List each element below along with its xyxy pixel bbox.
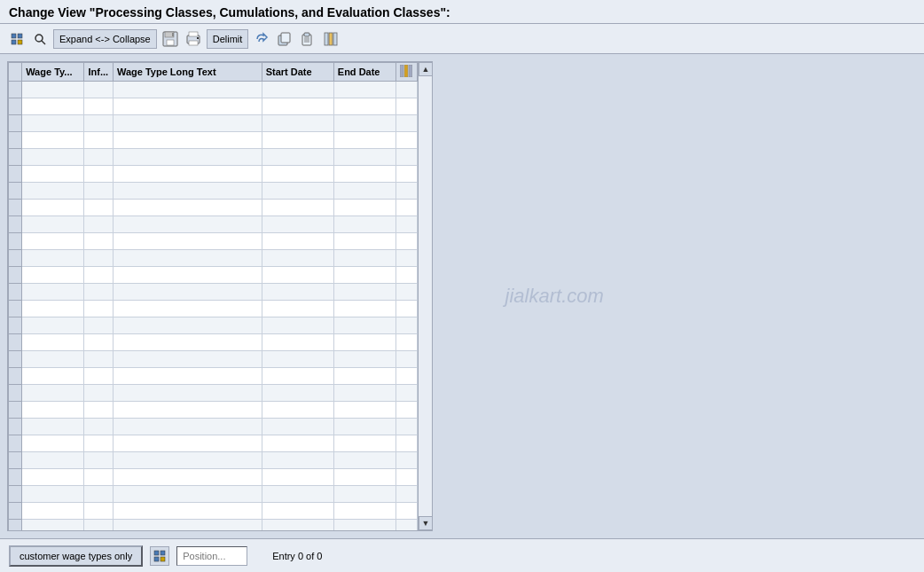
row-selector-cell[interactable] xyxy=(9,301,22,317)
row-selector-cell[interactable] xyxy=(9,317,22,334)
table-cell[interactable] xyxy=(396,419,418,435)
table-cell[interactable] xyxy=(84,166,113,183)
table-cell[interactable] xyxy=(396,267,418,284)
table-cell[interactable] xyxy=(22,317,84,334)
table-cell[interactable] xyxy=(396,200,418,216)
table-row[interactable] xyxy=(9,503,418,520)
col-header-inf[interactable]: Inf... xyxy=(84,63,113,82)
table-cell[interactable] xyxy=(113,452,262,469)
table-cell[interactable] xyxy=(84,250,113,267)
row-selector-cell[interactable] xyxy=(9,82,22,98)
table-cell[interactable] xyxy=(262,250,333,267)
table-row[interactable] xyxy=(9,435,418,452)
table-cell[interactable] xyxy=(333,469,395,486)
table-cell[interactable] xyxy=(22,284,84,301)
table-cell[interactable] xyxy=(84,435,113,452)
table-cell[interactable] xyxy=(84,115,113,132)
row-selector-cell[interactable] xyxy=(9,166,22,183)
table-row[interactable] xyxy=(9,183,418,200)
table-cell[interactable] xyxy=(262,351,333,368)
table-cell[interactable] xyxy=(262,149,333,166)
col-header-customize[interactable] xyxy=(396,63,418,82)
table-cell[interactable] xyxy=(396,385,418,402)
table-cell[interactable] xyxy=(84,98,113,115)
table-cell[interactable] xyxy=(396,82,418,98)
paste-icon[interactable] xyxy=(298,29,317,49)
undo-icon[interactable] xyxy=(252,29,271,49)
row-selector-cell[interactable] xyxy=(9,115,22,132)
table-cell[interactable] xyxy=(262,233,333,250)
table-row[interactable] xyxy=(9,486,418,503)
row-selector-cell[interactable] xyxy=(9,520,22,531)
row-selector-cell[interactable] xyxy=(9,132,22,149)
table-cell[interactable] xyxy=(396,435,418,452)
table-cell[interactable] xyxy=(262,503,333,520)
table-cell[interactable] xyxy=(113,233,262,250)
copy-icon[interactable] xyxy=(275,29,294,49)
row-selector-cell[interactable] xyxy=(9,233,22,250)
table-cell[interactable] xyxy=(22,486,84,503)
table-cell[interactable] xyxy=(333,82,395,98)
scroll-track[interactable] xyxy=(419,76,432,516)
table-cell[interactable] xyxy=(333,200,395,216)
table-cell[interactable] xyxy=(113,267,262,284)
table-cell[interactable] xyxy=(113,301,262,317)
table-cell[interactable] xyxy=(113,183,262,200)
table-cell[interactable] xyxy=(262,520,333,531)
table-row[interactable] xyxy=(9,200,418,216)
table-row[interactable] xyxy=(9,452,418,469)
table-cell[interactable] xyxy=(333,132,395,149)
table-row[interactable] xyxy=(9,233,418,250)
table-row[interactable] xyxy=(9,385,418,402)
table-row[interactable] xyxy=(9,284,418,301)
table-cell[interactable] xyxy=(22,98,84,115)
table-cell[interactable] xyxy=(333,503,395,520)
table-cell[interactable] xyxy=(262,216,333,233)
table-cell[interactable] xyxy=(84,452,113,469)
table-cell[interactable] xyxy=(84,200,113,216)
table-cell[interactable] xyxy=(113,200,262,216)
table-row[interactable] xyxy=(9,216,418,233)
table-cell[interactable] xyxy=(113,115,262,132)
table-cell[interactable] xyxy=(22,385,84,402)
table-cell[interactable] xyxy=(396,334,418,351)
settings-icon[interactable] xyxy=(7,29,27,49)
table-row[interactable] xyxy=(9,317,418,334)
table-cell[interactable] xyxy=(22,351,84,368)
table-row[interactable] xyxy=(9,334,418,351)
col-header-wage-type[interactable]: Wage Ty... xyxy=(22,63,84,82)
table-row[interactable] xyxy=(9,419,418,435)
table-cell[interactable] xyxy=(84,216,113,233)
row-selector-cell[interactable] xyxy=(9,351,22,368)
table-cell[interactable] xyxy=(333,520,395,531)
table-cell[interactable] xyxy=(262,486,333,503)
table-cell[interactable] xyxy=(113,166,262,183)
table-cell[interactable] xyxy=(333,149,395,166)
table-cell[interactable] xyxy=(22,301,84,317)
table-cell[interactable] xyxy=(396,402,418,419)
table-cell[interactable] xyxy=(262,267,333,284)
table-cell[interactable] xyxy=(84,149,113,166)
table-cell[interactable] xyxy=(84,267,113,284)
table-row[interactable] xyxy=(9,520,418,531)
table-cell[interactable] xyxy=(262,183,333,200)
table-cell[interactable] xyxy=(22,115,84,132)
table-cell[interactable] xyxy=(22,216,84,233)
row-selector-cell[interactable] xyxy=(9,149,22,166)
table-cell[interactable] xyxy=(84,469,113,486)
table-cell[interactable] xyxy=(113,250,262,267)
position-icon[interactable] xyxy=(150,546,169,566)
table-cell[interactable] xyxy=(396,486,418,503)
row-selector-cell[interactable] xyxy=(9,216,22,233)
table-cell[interactable] xyxy=(84,385,113,402)
table-cell[interactable] xyxy=(262,317,333,334)
table-cell[interactable] xyxy=(333,267,395,284)
table-cell[interactable] xyxy=(84,334,113,351)
table-cell[interactable] xyxy=(396,132,418,149)
table-cell[interactable] xyxy=(262,334,333,351)
table-cell[interactable] xyxy=(333,183,395,200)
table-cell[interactable] xyxy=(113,385,262,402)
table-cell[interactable] xyxy=(333,385,395,402)
table-cell[interactable] xyxy=(262,435,333,452)
table-cell[interactable] xyxy=(333,368,395,385)
